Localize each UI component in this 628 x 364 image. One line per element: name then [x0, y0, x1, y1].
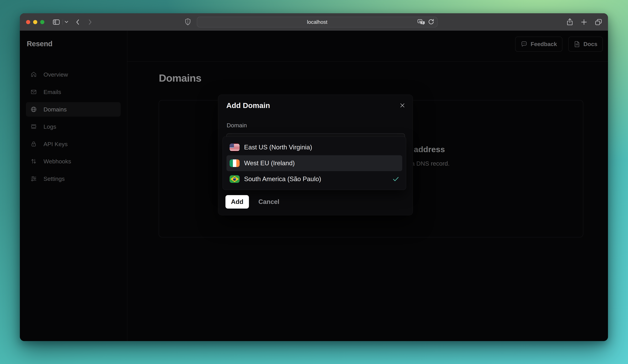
- forward-icon[interactable]: [87, 18, 93, 26]
- us-flag-icon: [230, 143, 239, 151]
- shield-icon[interactable]: [185, 18, 191, 26]
- page-content: Resend Overview Emails: [20, 31, 608, 341]
- region-option-south-america[interactable]: South America (São Paulo): [227, 171, 402, 187]
- translate-icon[interactable]: A 文: [417, 19, 425, 26]
- brazil-flag-icon: [230, 175, 239, 183]
- region-option-west-eu[interactable]: West EU (Ireland): [227, 155, 402, 171]
- chevron-down-icon[interactable]: [64, 20, 69, 23]
- close-icon[interactable]: [398, 101, 406, 110]
- region-option-label: West EU (Ireland): [244, 160, 295, 167]
- add-domain-modal: Add Domain Domain East US (North Virgini…: [218, 95, 413, 215]
- desktop-background: localhost A 文: [0, 0, 628, 364]
- browser-window: localhost A 文: [20, 13, 608, 341]
- cancel-button-label: Cancel: [258, 198, 279, 205]
- svg-text:文: 文: [421, 21, 424, 24]
- close-window-button[interactable]: [26, 20, 30, 24]
- share-icon[interactable]: [566, 18, 573, 26]
- add-button-label: Add: [231, 198, 243, 205]
- ireland-flag-icon: [230, 159, 239, 167]
- new-tab-icon[interactable]: [580, 18, 588, 26]
- add-button[interactable]: Add: [226, 195, 249, 209]
- region-option-label: South America (São Paulo): [244, 176, 321, 183]
- domain-field-label: Domain: [227, 122, 247, 129]
- tabs-overview-icon[interactable]: [595, 18, 602, 26]
- toolbar-divider: [63, 19, 63, 25]
- check-icon: [392, 176, 399, 182]
- cancel-button[interactable]: Cancel: [258, 198, 279, 205]
- minimize-window-button[interactable]: [33, 20, 37, 24]
- back-icon[interactable]: [75, 18, 80, 26]
- region-dropdown: East US (North Virginia) West EU (Irelan…: [223, 136, 406, 190]
- address-bar[interactable]: localhost A 文: [197, 17, 438, 27]
- sidebar-toggle-icon[interactable]: [52, 18, 60, 26]
- region-option-label: East US (North Virginia): [244, 144, 312, 151]
- region-option-east-us[interactable]: East US (North Virginia): [227, 139, 402, 155]
- zoom-window-button[interactable]: [40, 20, 44, 24]
- modal-title: Add Domain: [226, 101, 270, 110]
- browser-toolbar: localhost A 文: [20, 13, 608, 31]
- reload-icon[interactable]: [428, 18, 435, 26]
- url-text: localhost: [307, 19, 327, 25]
